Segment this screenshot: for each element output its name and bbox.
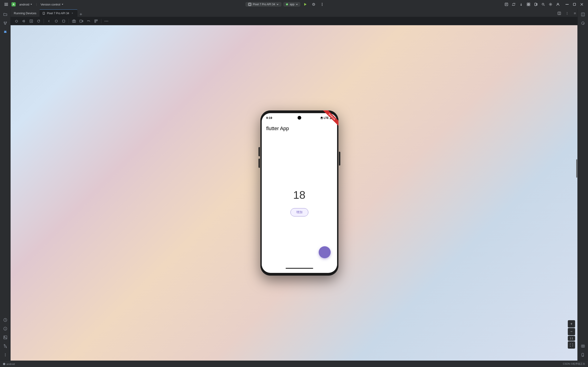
sidebar-item-info[interactable] <box>1 325 9 333</box>
tab-add-button[interactable] <box>78 12 84 17</box>
phone-fab[interactable] <box>319 246 331 258</box>
vcs-selector[interactable]: Version control <box>39 2 66 7</box>
sensors-icon <box>94 19 98 23</box>
toolbar-more-button[interactable] <box>103 18 110 24</box>
device-selector[interactable]: Pixel 7 Pro API 34 <box>245 2 281 7</box>
tab-pixel[interactable]: Pixel 7 Pro API 34 × <box>40 9 78 17</box>
split-view-button[interactable] <box>556 10 563 17</box>
phone-power-button[interactable] <box>339 152 340 166</box>
app-icon <box>285 3 288 6</box>
more-options-button[interactable] <box>319 1 326 8</box>
undo-button[interactable] <box>86 18 92 24</box>
sidebar-item-git[interactable] <box>1 19 9 27</box>
screenrecord-button[interactable] <box>78 18 85 24</box>
right-panel-layout[interactable] <box>579 10 587 18</box>
overview-button[interactable] <box>61 18 67 24</box>
phone-home-bar <box>285 268 313 269</box>
volume-button[interactable] <box>21 18 27 24</box>
sidebar-item-files[interactable] <box>1 10 9 18</box>
project-icon: A <box>11 2 16 6</box>
volume-icon <box>22 19 26 23</box>
svg-rect-42 <box>62 20 65 22</box>
zoom-controls: + − 1:1 <box>568 320 575 349</box>
svg-point-19 <box>550 4 551 5</box>
collapse-icon <box>573 12 576 15</box>
events-icon <box>3 318 7 322</box>
svg-point-34 <box>5 353 6 354</box>
running-devices-label: Running Devices <box>14 11 36 15</box>
sidebar-item-branches[interactable] <box>1 342 9 350</box>
tab-running-devices[interactable]: Running Devices <box>11 9 40 17</box>
zoom-in-button[interactable]: + <box>568 320 575 327</box>
phone-volume-down-button[interactable] <box>259 158 260 168</box>
phone-counter: 18 <box>293 189 305 201</box>
sync-icon <box>512 2 516 6</box>
search-button[interactable] <box>540 1 547 8</box>
restore-button[interactable] <box>571 1 578 8</box>
account-button[interactable] <box>554 1 561 8</box>
debug-icon <box>312 2 315 6</box>
csdn-label: CSDN ©程序喵正在 <box>563 362 585 366</box>
svg-rect-2 <box>4 5 8 6</box>
tab-close-button[interactable]: × <box>70 11 74 15</box>
debug-ribbon-container: DEBUG <box>320 110 338 129</box>
restore-icon <box>573 3 576 6</box>
update-button[interactable] <box>518 1 525 8</box>
tab-options-button[interactable]: ⋮ <box>564 10 571 17</box>
home-icon <box>54 19 58 23</box>
rotate-button[interactable] <box>35 18 42 24</box>
back-button[interactable] <box>46 18 52 24</box>
close-button[interactable] <box>578 1 585 8</box>
branches-icon <box>3 344 7 348</box>
sidebar-item-more[interactable] <box>1 351 9 359</box>
android-icon <box>3 30 7 34</box>
phone-add-button[interactable]: 增加 <box>290 208 308 217</box>
app-selector[interactable]: app <box>283 2 300 7</box>
right-panel-inspector[interactable] <box>579 19 587 27</box>
phone-volume-up-button[interactable] <box>259 147 260 156</box>
sidebar-item-events[interactable] <box>1 316 9 324</box>
app-label: app <box>290 3 294 6</box>
phone-container: DEBUG 9:19 LTE <box>260 110 338 276</box>
zoom-fit-button[interactable] <box>568 341 575 349</box>
git-icon <box>3 21 7 25</box>
main-content: DEBUG 9:19 LTE <box>11 25 588 361</box>
settings-icon <box>549 2 552 6</box>
plugins-button[interactable] <box>525 1 532 8</box>
home-button[interactable] <box>53 18 60 24</box>
virtual-sensors-button[interactable] <box>93 18 99 24</box>
screen-btn[interactable] <box>28 18 35 24</box>
sidebar-item-gallery[interactable] <box>1 334 9 341</box>
power-button[interactable] <box>13 18 20 24</box>
debug-button[interactable] <box>311 1 317 8</box>
right-panel-screenshot[interactable] <box>579 342 587 350</box>
svg-rect-15 <box>529 5 530 6</box>
device2-icon <box>581 353 585 357</box>
svg-point-35 <box>5 355 6 355</box>
right-panel-device2[interactable] <box>579 351 587 359</box>
svg-point-9 <box>322 4 323 5</box>
status-right: CSDN ©程序喵正在 <box>563 362 585 366</box>
svg-point-36 <box>5 356 6 357</box>
status-project: android <box>3 363 15 365</box>
pixel-tab-label: Pixel 7 Pro API 34 <box>47 12 69 15</box>
hamburger-menu-button[interactable] <box>3 1 10 8</box>
svg-rect-17 <box>536 3 537 5</box>
svg-point-62 <box>582 345 584 347</box>
sidebar-item-android[interactable] <box>1 28 9 36</box>
svg-rect-11 <box>505 3 508 6</box>
sync-button[interactable] <box>510 1 517 8</box>
phone-camera <box>298 116 301 120</box>
screenshot-button[interactable] <box>71 18 77 24</box>
project-selector[interactable]: android <box>17 2 34 7</box>
minimize-button[interactable] <box>564 1 571 8</box>
title-bar-right <box>503 1 588 8</box>
zoom-out-button[interactable]: − <box>568 328 575 335</box>
run-button[interactable] <box>302 1 309 8</box>
bookmarks-button[interactable] <box>503 1 510 8</box>
svg-point-23 <box>4 22 5 23</box>
title-bar: A android | Version control Pixel 7 Pro … <box>0 0 588 9</box>
settings-button[interactable] <box>547 1 554 8</box>
device-manager-button[interactable] <box>532 1 539 8</box>
title-bar-left: A android | Version control <box>0 1 68 8</box>
